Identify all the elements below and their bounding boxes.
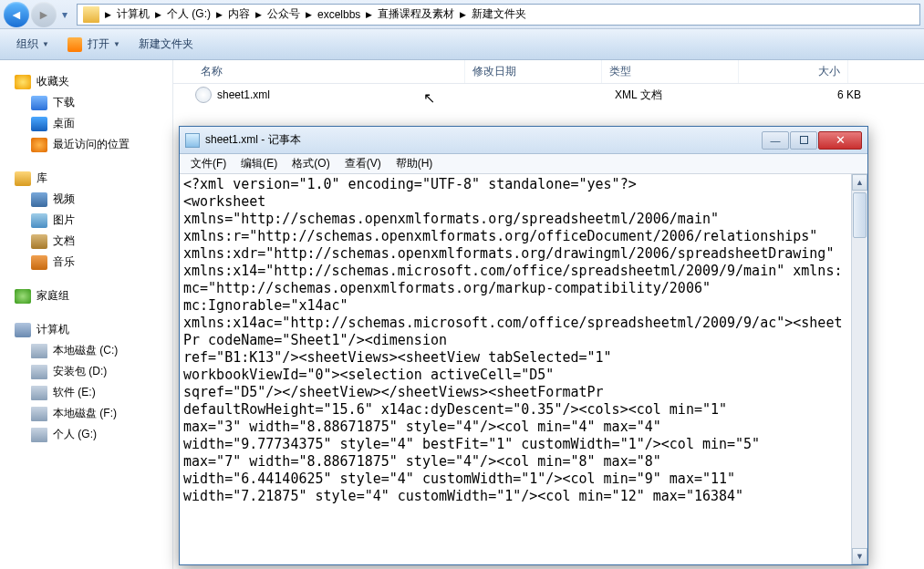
sidebar-item-label: 计算机 bbox=[36, 322, 69, 337]
breadcrumb-sep: ▶ bbox=[304, 10, 314, 19]
drive-icon bbox=[31, 365, 47, 379]
notepad-menubar: 文件(F) 编辑(E) 格式(O) 查看(V) 帮助(H) bbox=[180, 154, 867, 174]
drive-icon bbox=[31, 428, 47, 442]
homegroup-icon bbox=[15, 289, 31, 304]
vertical-scrollbar[interactable]: ▲ ▼ bbox=[851, 174, 867, 564]
sidebar-drive-g[interactable]: 个人 (G:) bbox=[0, 424, 172, 445]
close-button[interactable]: ✕ bbox=[818, 131, 862, 150]
chevron-down-icon: ▼ bbox=[42, 40, 49, 48]
sidebar-videos[interactable]: 视频 bbox=[0, 189, 172, 210]
organize-label: 组织 bbox=[16, 36, 38, 52]
file-size: 6 KB bbox=[752, 88, 861, 101]
recent-icon bbox=[31, 138, 47, 152]
breadcrumb-sep: ▶ bbox=[364, 10, 374, 19]
computer-icon bbox=[15, 323, 31, 337]
sidebar-item-label: 个人 (G:) bbox=[53, 427, 97, 442]
explorer-nav-bar: ◄ ► ▾ ▶ 计算机 ▶ 个人 (G:) ▶ 内容 ▶ 公众号 ▶ excel… bbox=[0, 0, 924, 29]
sidebar-computer[interactable]: 计算机 bbox=[0, 319, 172, 340]
file-type: XML 文档 bbox=[615, 88, 752, 103]
chevron-down-icon: ▼ bbox=[113, 40, 120, 48]
breadcrumb-seg[interactable]: 新建文件夹 bbox=[468, 5, 530, 25]
sidebar-libraries[interactable]: 库 bbox=[0, 168, 172, 189]
sidebar-downloads[interactable]: 下载 bbox=[0, 92, 172, 113]
sidebar-item-label: 桌面 bbox=[53, 116, 75, 131]
notepad-body: <?xml version="1.0" encoding="UTF-8" sta… bbox=[180, 174, 867, 564]
breadcrumb-seg[interactable]: 公众号 bbox=[264, 5, 304, 25]
sidebar-drive-d[interactable]: 安装包 (D:) bbox=[0, 361, 172, 382]
menu-edit[interactable]: 编辑(E) bbox=[234, 154, 285, 173]
breadcrumb-sep: ▶ bbox=[254, 10, 264, 19]
music-icon bbox=[31, 255, 47, 270]
menu-format[interactable]: 格式(O) bbox=[285, 154, 337, 173]
col-header-size[interactable]: 大小 bbox=[739, 60, 848, 83]
sidebar-item-label: 下载 bbox=[53, 95, 75, 110]
sidebar-item-label: 音乐 bbox=[53, 254, 75, 270]
open-button[interactable]: 打开▼ bbox=[58, 33, 130, 56]
new-folder-button[interactable]: 新建文件夹 bbox=[130, 33, 202, 56]
sidebar-item-label: 图片 bbox=[53, 212, 75, 228]
breadcrumb-seg[interactable]: excelbbs bbox=[314, 5, 364, 25]
sidebar: 收藏夹 下载 桌面 最近访问的位置 库 视频 图片 文档 音乐 家庭组 计算机 … bbox=[0, 60, 173, 569]
notepad-titlebar[interactable]: sheet1.xml - 记事本 — ✕ bbox=[180, 127, 867, 154]
videos-icon bbox=[31, 192, 47, 207]
sidebar-drive-f[interactable]: 本地磁盘 (F:) bbox=[0, 403, 172, 424]
breadcrumb-seg[interactable]: 直播课程及素材 bbox=[374, 5, 458, 25]
address-bar[interactable]: ▶ 计算机 ▶ 个人 (G:) ▶ 内容 ▶ 公众号 ▶ excelbbs ▶ … bbox=[77, 4, 920, 26]
breadcrumb-seg[interactable]: 计算机 bbox=[113, 5, 153, 25]
breadcrumb-seg[interactable]: 个人 (G:) bbox=[163, 5, 214, 25]
notepad-title: sheet1.xml - 记事本 bbox=[205, 132, 761, 148]
sidebar-favorites[interactable]: 收藏夹 bbox=[0, 71, 172, 92]
breadcrumb-sep: ▶ bbox=[103, 10, 113, 19]
menu-view[interactable]: 查看(V) bbox=[337, 154, 389, 173]
sidebar-item-label: 文档 bbox=[53, 233, 75, 249]
folder-icon bbox=[83, 6, 99, 23]
xml-file-icon bbox=[195, 87, 212, 103]
minimize-button[interactable]: — bbox=[762, 131, 789, 150]
sidebar-pictures[interactable]: 图片 bbox=[0, 210, 172, 231]
sidebar-desktop[interactable]: 桌面 bbox=[0, 113, 172, 134]
sidebar-item-label: 收藏夹 bbox=[36, 74, 69, 89]
sidebar-music[interactable]: 音乐 bbox=[0, 252, 172, 273]
menu-help[interactable]: 帮助(H) bbox=[389, 154, 441, 173]
pictures-icon bbox=[31, 213, 47, 228]
new-folder-label: 新建文件夹 bbox=[139, 36, 193, 52]
drive-icon bbox=[31, 344, 47, 358]
maximize-button[interactable] bbox=[790, 131, 817, 150]
breadcrumb-sep: ▶ bbox=[153, 10, 163, 19]
desktop-icon bbox=[31, 117, 47, 131]
maximize-icon bbox=[800, 136, 808, 144]
nav-forward-button[interactable]: ► bbox=[31, 2, 57, 27]
library-icon bbox=[15, 171, 31, 186]
file-row[interactable]: sheet1.xml XML 文档 6 KB bbox=[173, 84, 924, 106]
sidebar-item-label: 本地磁盘 (C:) bbox=[53, 343, 118, 358]
nav-back-button[interactable]: ◄ bbox=[4, 2, 29, 27]
explorer-toolbar: 组织▼ 打开▼ 新建文件夹 bbox=[0, 29, 924, 60]
sidebar-homegroup[interactable]: 家庭组 bbox=[0, 285, 172, 306]
documents-icon bbox=[31, 234, 47, 249]
breadcrumb-seg[interactable]: 内容 bbox=[224, 5, 254, 25]
sidebar-documents[interactable]: 文档 bbox=[0, 231, 172, 252]
scroll-thumb[interactable] bbox=[853, 192, 867, 238]
organize-button[interactable]: 组织▼ bbox=[7, 33, 58, 56]
sidebar-drive-c[interactable]: 本地磁盘 (C:) bbox=[0, 340, 172, 361]
nav-history-dropdown[interactable]: ▾ bbox=[58, 8, 71, 21]
sidebar-item-label: 安装包 (D:) bbox=[53, 364, 107, 379]
drive-icon bbox=[31, 386, 47, 400]
sidebar-recent[interactable]: 最近访问的位置 bbox=[0, 134, 172, 155]
sidebar-item-label: 最近访问的位置 bbox=[53, 137, 130, 152]
notepad-text-area[interactable]: <?xml version="1.0" encoding="UTF-8" sta… bbox=[180, 174, 851, 564]
scroll-down-button[interactable]: ▼ bbox=[852, 548, 867, 564]
notepad-window: sheet1.xml - 记事本 — ✕ 文件(F) 编辑(E) 格式(O) 查… bbox=[179, 126, 868, 565]
sidebar-item-label: 库 bbox=[36, 171, 47, 186]
menu-file[interactable]: 文件(F) bbox=[183, 154, 234, 173]
sidebar-drive-e[interactable]: 软件 (E:) bbox=[0, 382, 172, 403]
open-label: 打开 bbox=[88, 36, 109, 52]
col-header-date[interactable]: 修改日期 bbox=[465, 60, 602, 83]
scroll-up-button[interactable]: ▲ bbox=[852, 174, 867, 191]
col-header-name[interactable]: 名称 bbox=[173, 60, 465, 83]
col-header-type[interactable]: 类型 bbox=[602, 60, 739, 83]
breadcrumb-sep: ▶ bbox=[214, 10, 224, 19]
favorites-icon bbox=[15, 75, 31, 89]
open-icon bbox=[67, 37, 82, 52]
file-name: sheet1.xml bbox=[217, 88, 478, 101]
